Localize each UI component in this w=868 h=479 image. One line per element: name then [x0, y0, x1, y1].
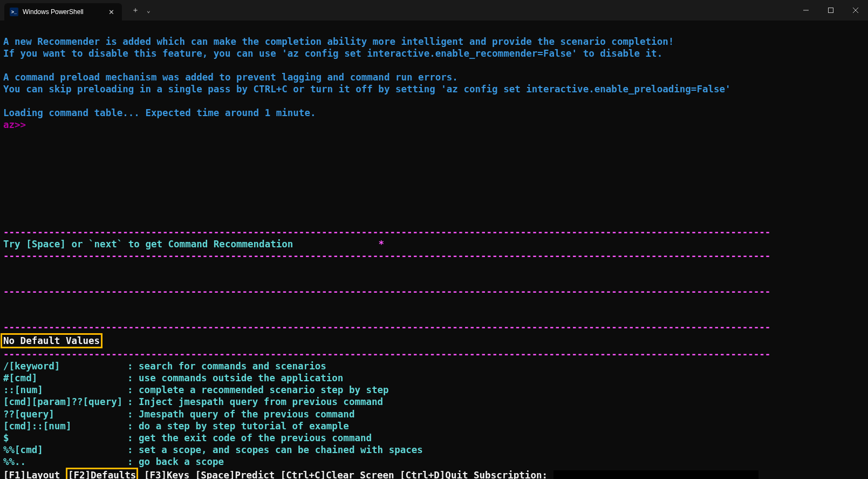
help-row: ::[num]: complete a recommended scenario… [3, 384, 865, 396]
preload-info-1: A command preload mechanism was added to… [3, 72, 458, 83]
tab-dropdown-button[interactable]: ⌄ [143, 5, 154, 16]
star-icon: * [378, 239, 384, 249]
tab-close-button[interactable]: ✕ [106, 7, 117, 17]
help-row: [cmd]::[num]: do a step by step tutorial… [3, 420, 865, 432]
recommendation-hint: Try [Space] or `next` to get Command Rec… [3, 239, 293, 249]
prompt: az>> [3, 119, 26, 130]
tab-powershell[interactable]: >_ Windows PowerShell ✕ [4, 3, 122, 21]
minimize-button[interactable] [794, 0, 818, 21]
tab-title: Windows PowerShell [23, 8, 102, 16]
no-default-values-highlight: No Default Values [1, 333, 102, 348]
preload-info-2: You can skip preloading in a single pass… [3, 84, 731, 95]
separator: ----------------------------------------… [3, 286, 770, 297]
separator: ----------------------------------------… [3, 349, 770, 360]
help-row: %%..: go back a scope [3, 456, 865, 468]
help-row: ??[query]: Jmespath query of the previou… [3, 408, 865, 420]
help-row: [cmd][param]??[query]: Inject jmespath q… [3, 396, 865, 408]
maximize-button[interactable] [818, 0, 843, 21]
footer-bar: [F1]Layout [F2]Defaults [F3]Keys [Space]… [3, 470, 758, 479]
separator: ----------------------------------------… [3, 322, 770, 333]
recommender-info-2: If you want to disable this feature, you… [3, 48, 662, 59]
close-button[interactable] [843, 0, 868, 21]
separator: ----------------------------------------… [3, 251, 770, 261]
help-row: %%[cmd]: set a scope, and scopes can be … [3, 444, 865, 456]
f2-defaults-highlight: [F2]Defaults [66, 468, 138, 479]
no-default-values: No Default Values [3, 335, 100, 346]
separator: ----------------------------------------… [3, 227, 770, 238]
svg-rect-1 [829, 8, 833, 13]
new-tab-button[interactable]: ＋ [127, 3, 143, 17]
titlebar: >_ Windows PowerShell ✕ ＋ ⌄ [0, 0, 868, 21]
help-row: #[cmd]: use commands outside the applica… [3, 372, 865, 384]
window-controls [794, 0, 868, 21]
subscription-redacted [553, 470, 758, 479]
recommender-info-1: A new Recommender is added which can mak… [3, 36, 674, 47]
terminal-output[interactable]: A new Recommender is added which can mak… [0, 21, 868, 479]
loading-text: Loading command table... Expected time a… [3, 107, 316, 118]
help-row: /[keyword]: search for commands and scen… [3, 360, 865, 372]
powershell-icon: >_ [10, 8, 18, 16]
help-row: $: get the exit code of the previous com… [3, 432, 865, 444]
